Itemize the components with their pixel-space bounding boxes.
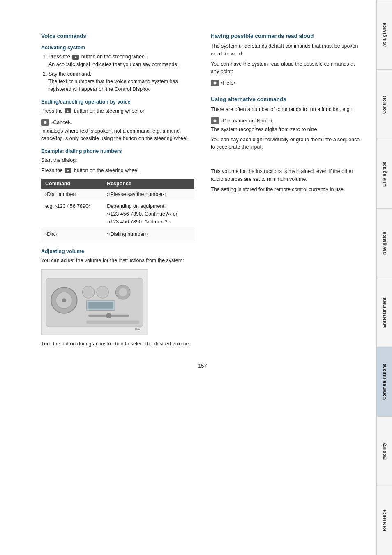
table-cell-response-3: ››Dialing number‹‹	[103, 228, 194, 240]
using-alternative-para2: The system recognizes digits from zero t…	[211, 126, 364, 134]
volume-control-image: BMW	[41, 269, 148, 335]
step2-main: Say the command.	[48, 71, 91, 77]
svg-point-3	[62, 298, 66, 302]
steering-button-icon2	[65, 108, 71, 113]
dial-name-command: ›Dial name‹ or ›Name‹.	[211, 117, 274, 124]
svg-rect-12	[86, 320, 139, 324]
example-intro1: Start the dialog:	[41, 157, 194, 164]
table-cell-command-3: ›Dial‹	[41, 228, 103, 240]
adjusting-volume-title: Adjusting volume	[41, 249, 194, 254]
using-alternative-title: Using alternative commands	[211, 96, 364, 102]
adjusting-right-para2: The setting is stored for the remote con…	[211, 186, 364, 193]
svg-point-9	[119, 288, 127, 296]
sidebar-tab-entertainment[interactable]: Entertainment	[377, 278, 392, 347]
example-intro2: Press the button on the steering wheel.	[41, 167, 194, 175]
svg-point-11	[106, 313, 111, 318]
table-row: ›Dial number‹ ››Please say the number‹‹	[41, 189, 194, 200]
sidebar-tab-controls[interactable]: Controls	[377, 69, 392, 139]
sidebar-tab-communications[interactable]: Communications	[377, 347, 392, 416]
sidebar-tab-mobility[interactable]: Mobility	[377, 416, 392, 486]
ending-canceling-title: Ending/canceling operation by voice	[41, 99, 194, 105]
mic-icon-help	[211, 80, 219, 86]
ending-para2: In dialogs where text is spoken, not a c…	[41, 127, 194, 143]
svg-text:BMW: BMW	[135, 328, 140, 330]
sidebar-tab-navigation[interactable]: Navigation	[377, 208, 392, 278]
using-alternative-para3: You can say each digit individually or g…	[211, 136, 364, 152]
table-cell-response-2: Depending on equipment: ››123 456 7890. …	[103, 200, 194, 228]
using-alternative-para1: There are often a number of commands to …	[211, 106, 364, 113]
help-command: ›Help‹	[211, 80, 235, 86]
steering-wheel-button-icon	[72, 55, 79, 60]
having-commands-title: Having possible commands read aloud	[211, 33, 364, 39]
mic-icon-dial	[211, 117, 219, 124]
table-cell-response-1: ››Please say the number‹‹	[103, 189, 194, 200]
adjusting-para1: You can adjust the volume for the instru…	[41, 257, 194, 265]
mic-icon-cancel	[41, 119, 49, 126]
having-commands-para2: You can have the system read aloud the p…	[211, 60, 364, 76]
table-header-command: Command	[41, 179, 103, 189]
svg-point-4	[82, 286, 95, 299]
example-dialing-title: Example: dialing phone numbers	[41, 148, 194, 154]
table-cell-command-2: e.g. ›123 456 7890‹	[41, 200, 103, 228]
cancel-command: ›Cancel‹.	[41, 119, 72, 126]
steering-button-icon3	[65, 168, 71, 173]
step1-main: Press the button on the steering wheel.	[48, 54, 147, 60]
activating-steps: Press the button on the steering wheel. …	[48, 53, 194, 93]
sidebar-tab-at-a-glance[interactable]: At a glance	[377, 0, 392, 69]
cancel-command-text: ›Cancel‹.	[51, 120, 72, 125]
adjusting-volume-section: Adjusting volume You can adjust the volu…	[41, 249, 194, 348]
sidebar-tab-reference[interactable]: Reference	[377, 486, 392, 555]
table-row: e.g. ›123 456 7890‹ Depending on equipme…	[41, 200, 194, 228]
table-row: ›Dial‹ ››Dialing number‹‹	[41, 228, 194, 240]
dial-name-command-text: ›Dial name‹ or ›Name‹.	[221, 118, 274, 124]
page-number: 157	[41, 363, 364, 369]
table-cell-command-1: ›Dial number‹	[41, 189, 103, 200]
sidebar: At a glance Controls Driving tips Naviga…	[376, 0, 392, 555]
step1-sub: An acoustic signal indicates that you ca…	[48, 62, 178, 67]
svg-point-5	[97, 286, 109, 299]
step2-sub: The text or numbers that the voice comma…	[48, 78, 178, 92]
ending-para1: Press the button on the steering wheel o…	[41, 107, 194, 115]
sidebar-tab-driving-tips[interactable]: Driving tips	[377, 139, 392, 208]
help-command-text: ›Help‹	[221, 80, 235, 86]
dial-table: Command Response ›Dial number‹ ››Please …	[41, 179, 194, 241]
svg-rect-7	[88, 302, 113, 309]
voice-commands-title: Voice commands	[41, 33, 194, 39]
adjusting-right-para1: This volume for the instructions is main…	[211, 168, 364, 183]
having-commands-para1: The system understands default commands …	[211, 42, 364, 58]
activating-system-title: Activating system	[41, 45, 194, 51]
adjusting-para2: Turn the button during an instruction to…	[41, 340, 194, 348]
table-header-response: Response	[103, 179, 194, 189]
